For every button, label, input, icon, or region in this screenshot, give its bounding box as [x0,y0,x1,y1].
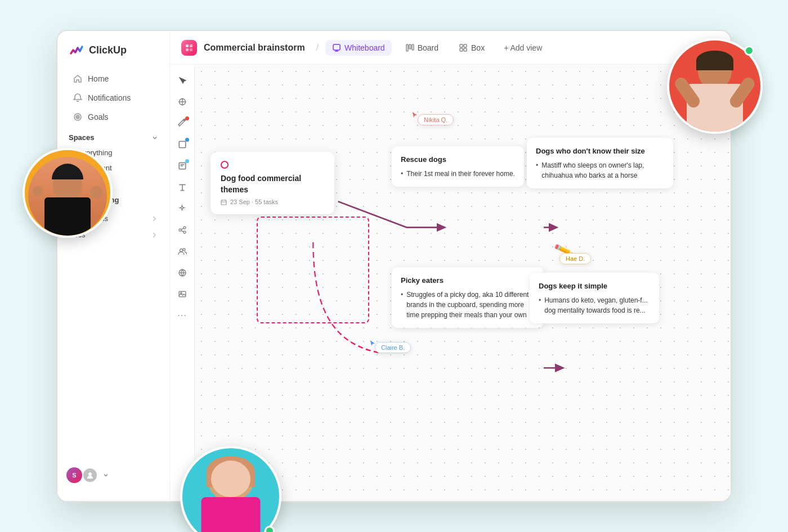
picky-eaters-card[interactable]: Picky eaters Struggles of a picky dog, a… [392,267,544,328]
cursor-label-hae: Hae D. [559,253,591,264]
svg-point-18 [183,227,186,229]
bell-icon [73,93,82,102]
home-icon [73,74,82,83]
sidebar-item-notifications[interactable]: Notifications [62,89,165,107]
svg-rect-16 [179,141,185,147]
logo[interactable]: ClickUp [57,42,169,69]
image-icon [178,290,187,299]
sidebar: ClickUp Home Notifications [57,31,170,501]
rescue-dogs-item-text: Their 1st meal in their forever home. [406,169,515,179]
dogs-simple-item: Humans do keto, vegan, gluten-f... dog m… [539,295,650,315]
cursor-tool-icon [178,76,187,85]
svg-point-19 [179,229,181,231]
main-task-card[interactable]: Dog food commercial themes 23 Sep · 55 t… [211,152,334,214]
canvas[interactable]: Nikita Q. Dog food commercial themes [195,65,731,501]
sidebar-home-label: Home [88,74,109,83]
rescue-dogs-item: Their 1st meal in their forever home. [401,169,515,179]
tab-box-label: Box [471,43,485,52]
divider: / [316,43,319,53]
dogs-simple-title: Dogs keep it simple [539,281,650,292]
move-tool-icon [178,97,187,106]
main-card-meta: 23 Sep · 55 tasks [221,199,324,205]
toolbar-shape[interactable] [173,136,191,154]
svg-point-2 [77,116,78,118]
toolbar-image[interactable] [173,285,191,303]
team-icon [178,247,187,256]
user-avatar-s[interactable]: S [66,467,82,483]
svg-rect-11 [412,44,414,50]
avatar-man [23,148,113,238]
main-content: Commercial brainstorm / Whiteboard [170,31,731,501]
spaces-section-header: Spaces [57,127,169,145]
note-tool-icon [178,161,187,170]
add-view-button[interactable]: + Add view [498,40,548,56]
picky-eaters-item-text: Struggles of a picky dog, aka 10 differe… [406,290,535,320]
selection-box [257,217,369,323]
dogs-size-card[interactable]: Dogs who don't know their size Mastiff w… [527,138,673,188]
svg-rect-8 [333,44,340,50]
more-icon: ··· [177,310,186,321]
dogs-simple-item-text: Humans do keto, vegan, gluten-f... dog m… [544,295,650,315]
svg-rect-9 [406,44,408,51]
chevron-right-docs-icon [150,231,158,239]
add-view-label: + Add view [504,43,542,52]
text-tool-icon [178,183,187,192]
svg-rect-13 [464,44,467,47]
share-icon [178,226,187,235]
tab-box[interactable]: Box [452,40,491,56]
magic-tool-icon [178,204,187,213]
picky-eaters-item: Struggles of a picky dog, aka 10 differe… [401,290,535,320]
svg-point-21 [180,249,182,252]
toolbar-magic[interactable] [173,200,191,218]
tab-board[interactable]: Board [399,40,445,56]
cursor-label-nikita: Nikita Q. [418,114,454,125]
tab-board-label: Board [418,43,438,52]
user-initial: S [72,472,76,479]
chevron-down-icon [151,134,158,141]
toolbar-cursor[interactable] [173,71,191,89]
toolbar-text[interactable] [173,178,191,196]
user-avatar-secondary[interactable] [82,467,98,483]
toolbar-team[interactable] [173,242,191,260]
logo-text: ClickUp [89,44,127,56]
target-icon [73,112,82,121]
board-tab-icon [405,43,414,52]
main-card-title: Dog food commercial themes [221,173,324,195]
svg-rect-26 [221,200,226,205]
sidebar-item-goals[interactable]: Goals [62,108,165,126]
svg-rect-6 [186,48,189,51]
user-icon [86,471,94,479]
svg-rect-4 [186,44,189,47]
clickup-logo-icon [69,42,84,58]
tab-whiteboard-label: Whiteboard [344,43,385,52]
app-wrapper: ClickUp Home Notifications [56,30,732,502]
toolbar-globe[interactable] [173,264,191,282]
sidebar-bottom: S [57,461,169,490]
toolbar-pen[interactable] [173,114,191,132]
dogs-simple-card[interactable]: Dogs keep it simple Humans do keto, vega… [530,273,659,323]
toolbar-note[interactable] [173,157,191,175]
chevron-right-icon [150,215,158,223]
cursor-label-claire: Claire B. [375,342,411,353]
tab-whiteboard[interactable]: Whiteboard [325,40,392,56]
toolbar-move[interactable] [173,93,191,111]
shape-active-dot [185,138,189,142]
task-status-circle [221,161,229,169]
breadcrumb-icon [181,40,197,56]
spaces-label: Spaces [69,133,95,142]
dropdown-arrow-icon[interactable] [102,472,109,479]
globe-icon [178,268,187,277]
rescue-dogs-card[interactable]: Rescue dogs Their 1st meal in their fore… [392,146,524,187]
avatar-bottomcenter-online-dot [265,526,275,532]
left-toolbar: ··· [170,65,195,501]
hae-cursor-text: Hae D. [566,255,585,262]
calendar-icon [221,199,227,205]
whiteboard-area: ··· [170,65,731,501]
dogs-size-item-text: Mastiff who sleeps on owner's lap, chihu… [541,160,664,181]
toolbar-more[interactable]: ··· [173,306,191,324]
toolbar-share[interactable] [173,221,191,239]
rescue-dogs-title: Rescue dogs [401,154,515,165]
breadcrumb-title: Commercial brainstorm [204,43,305,53]
topbar: Commercial brainstorm / Whiteboard [170,31,731,65]
sidebar-item-home[interactable]: Home [62,70,165,88]
